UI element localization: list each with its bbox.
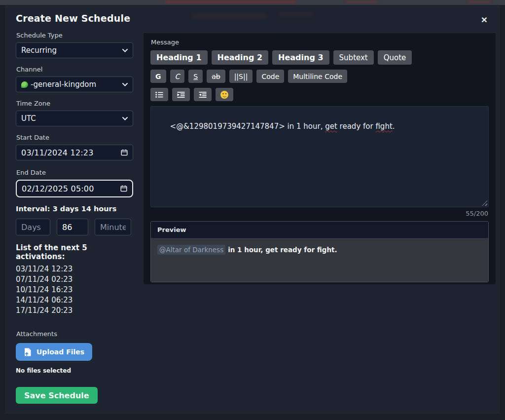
activation-item: 17/11/24 20:23	[16, 305, 133, 316]
spoiler-button[interactable]: ||S||	[229, 70, 253, 83]
multiline-code-button[interactable]: Multiline Code	[288, 70, 347, 83]
channel-label: Channel	[16, 66, 133, 74]
toolbar-row-formatting: G C S ab ||S|| Code Multiline Code	[150, 70, 489, 83]
subtext-button[interactable]: Subtext	[333, 50, 374, 65]
start-date-label: Start Date	[16, 134, 133, 142]
misspelled-word: get	[325, 122, 337, 131]
time-zone-select[interactable]: UTC	[16, 111, 133, 126]
schedule-type-select[interactable]: Recurring	[16, 42, 133, 58]
channel-emoji-icon	[21, 81, 28, 88]
role-mention-pill: @Altar of Darkness	[157, 245, 225, 255]
close-button[interactable]: ×	[477, 13, 491, 27]
preview-body: @Altar of Darknessin 1 hour, get ready f…	[151, 238, 488, 282]
message-text: .	[393, 122, 395, 131]
calendar-icon	[121, 149, 128, 156]
chevron-down-icon	[122, 49, 128, 52]
outdent-icon	[199, 91, 207, 98]
activation-item: 03/11/24 12:23	[16, 264, 133, 274]
heading3-button[interactable]: Heading 3	[272, 50, 329, 65]
preview-container: Preview @Altar of Darknessin 1 hour, get…	[150, 221, 489, 282]
bullet-list-icon	[155, 91, 163, 98]
end-date-value: 02/12/2025 05:00	[22, 184, 94, 193]
heading1-button[interactable]: Heading 1	[150, 50, 208, 65]
save-schedule-button[interactable]: Save Schedule	[16, 387, 98, 404]
indent-button[interactable]	[172, 88, 190, 101]
time-zone-label: Time Zone	[16, 100, 133, 108]
message-input[interactable]: <@&1298019739427147847> in 1 hour, get r…	[150, 106, 489, 207]
code-button[interactable]: Code	[256, 70, 284, 83]
indent-icon	[177, 91, 185, 98]
background-artifact	[165, 0, 296, 3]
chevron-down-icon	[122, 83, 128, 86]
start-date-value: 03/11/2024 12:23	[21, 148, 94, 157]
create-schedule-modal: Create New Schedule × Schedule Type Recu…	[5, 5, 500, 414]
italic-button[interactable]: C	[170, 70, 185, 83]
schedule-form: Schedule Type Recurring Channel -general…	[16, 32, 133, 374]
character-counter: 55/200	[150, 210, 488, 217]
message-text: <@&1298019739427147847> in 1 hour,	[170, 122, 325, 131]
message-panel: Message Heading 1 Heading 2 Heading 3 Su…	[144, 33, 496, 284]
file-upload-icon	[24, 347, 32, 356]
misspelled-word: fight	[375, 122, 392, 131]
background-artifact	[468, 1, 491, 3]
upload-files-label: Upload Files	[36, 348, 84, 356]
channel-select[interactable]: -general-kingdom	[16, 76, 133, 92]
heading2-button[interactable]: Heading 2	[212, 50, 269, 65]
background-artifact	[192, 14, 266, 19]
resize-handle[interactable]	[482, 200, 487, 206]
preview-header: Preview	[151, 222, 488, 238]
bold-button[interactable]: G	[150, 70, 166, 83]
strikethrough-button[interactable]: ab	[207, 70, 225, 83]
schedule-type-value: Recurring	[21, 46, 57, 55]
time-zone-value: UTC	[21, 114, 36, 123]
emoji-picker-button[interactable]	[216, 88, 233, 101]
activation-item: 14/11/24 06:23	[16, 295, 133, 305]
files-status: No files selected	[16, 367, 133, 374]
activation-item: 10/11/24 16:23	[16, 285, 133, 295]
activation-item: 07/11/24 02:23	[16, 274, 133, 285]
activations-heading: List of the next 5 activations:	[16, 243, 133, 261]
end-date-input[interactable]: 02/12/2025 05:00	[16, 180, 133, 197]
background-artifact	[345, 1, 377, 3]
message-text: ready for	[337, 122, 376, 131]
channel-value: -general-kingdom	[21, 80, 96, 89]
interval-summary: Interval: 3 days 14 hours	[16, 205, 133, 213]
schedule-type-label: Schedule Type	[16, 32, 133, 39]
chevron-down-icon	[122, 117, 128, 120]
interval-hours-input[interactable]	[57, 219, 88, 235]
interval-days-input[interactable]	[16, 219, 50, 235]
message-label: Message	[151, 38, 489, 46]
modal-title: Create New Schedule	[16, 13, 130, 24]
page-background-strip	[0, 0, 505, 5]
preview-message-text: in 1 hour, get ready for fight.	[228, 246, 337, 254]
quote-button[interactable]: Quote	[378, 50, 412, 65]
attachments-label: Attachments	[16, 330, 133, 338]
underline-button[interactable]: S	[188, 70, 203, 83]
background-artifact	[279, 12, 313, 17]
emoji-icon	[220, 91, 228, 99]
upload-files-button[interactable]: Upload Files	[16, 343, 92, 361]
toolbar-row-lists	[150, 88, 489, 101]
end-date-label: End Date	[16, 169, 133, 177]
bullet-list-button[interactable]	[150, 88, 168, 101]
start-date-input[interactable]: 03/11/2024 12:23	[16, 145, 133, 160]
outdent-button[interactable]	[194, 88, 212, 101]
calendar-icon	[120, 185, 127, 192]
interval-inputs	[16, 219, 133, 235]
interval-minutes-input[interactable]	[95, 219, 131, 235]
toolbar-row-headings: Heading 1 Heading 2 Heading 3 Subtext Qu…	[150, 50, 489, 65]
